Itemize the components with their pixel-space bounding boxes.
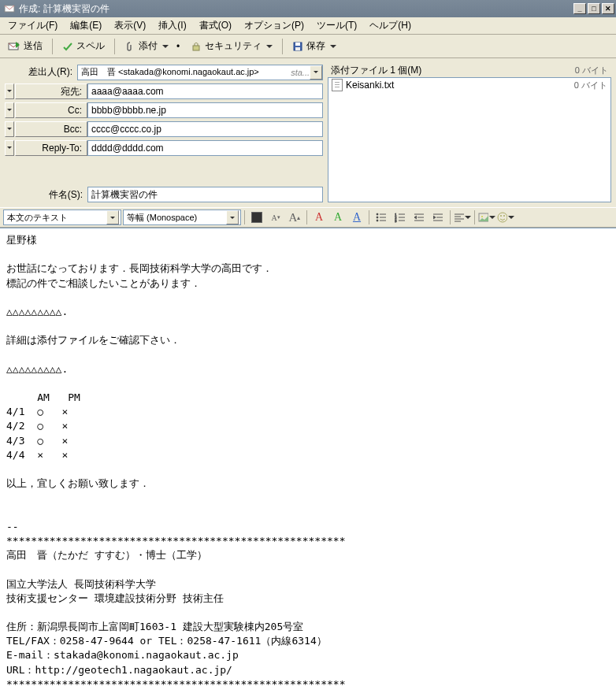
attachments-list[interactable]: Keisanki.txt 0 バイト bbox=[328, 77, 611, 202]
attachments-title: 添付ファイル 1 個(M) bbox=[331, 64, 575, 77]
to-row: 宛先: aaaa@aaaa.com bbox=[5, 82, 323, 100]
font-select[interactable]: 等幅 (Monospace) bbox=[123, 210, 241, 225]
menu-help[interactable]: ヘルプ(H) bbox=[363, 17, 417, 34]
from-dropdown-button[interactable] bbox=[310, 65, 322, 80]
format-separator bbox=[244, 210, 245, 224]
to-label[interactable]: 宛先: bbox=[15, 83, 87, 99]
dropdown-arrow-icon bbox=[266, 45, 273, 48]
paragraph-style-value: 本文のテキスト bbox=[7, 212, 106, 224]
left-headers: 差出人(R): 高田 晋 <stakada@konomi.nagaokaut.a… bbox=[5, 63, 323, 202]
align-left-icon bbox=[454, 212, 464, 223]
indent-button[interactable] bbox=[429, 209, 447, 226]
attachment-size: 0 バイト bbox=[574, 80, 607, 91]
svg-point-32 bbox=[503, 215, 505, 217]
menu-options[interactable]: オプション(P) bbox=[238, 17, 310, 34]
menu-file[interactable]: ファイル(F) bbox=[2, 17, 64, 34]
bullet-list-button[interactable] bbox=[373, 209, 390, 226]
insert-image-button[interactable] bbox=[478, 209, 495, 226]
smiley-icon bbox=[497, 212, 507, 223]
font-larger-button[interactable]: A▴ bbox=[286, 209, 303, 226]
outdent-icon bbox=[414, 212, 425, 223]
subject-row: 件名(S): 計算機実習の件 bbox=[5, 187, 323, 202]
from-select[interactable]: 高田 晋 <stakada@konomi.nagaokaut.ac.jp> st… bbox=[77, 65, 323, 80]
font-smaller-button[interactable]: A▾ bbox=[267, 209, 284, 226]
svg-point-31 bbox=[500, 215, 502, 217]
number-list-button[interactable]: 123 bbox=[391, 209, 409, 226]
security-label: セキュリティ bbox=[205, 39, 262, 53]
image-icon bbox=[478, 212, 488, 223]
attachment-item[interactable]: Keisanki.txt 0 バイト bbox=[328, 78, 610, 92]
from-label: 差出人(R): bbox=[5, 65, 77, 79]
menu-view[interactable]: 表示(V) bbox=[108, 17, 152, 34]
spell-button[interactable]: スペル bbox=[58, 37, 109, 56]
svg-point-30 bbox=[498, 213, 507, 222]
align-button[interactable] bbox=[454, 209, 471, 226]
attach-button[interactable]: 添付 bbox=[120, 37, 173, 56]
chevron-down-icon bbox=[7, 128, 12, 130]
bcc-input[interactable]: cccc@cccc.co.jp bbox=[87, 121, 323, 137]
menu-format[interactable]: 書式(O) bbox=[193, 17, 238, 34]
format-separator bbox=[450, 210, 451, 224]
format-separator bbox=[474, 210, 475, 224]
row-type-button[interactable] bbox=[5, 140, 14, 156]
chevron-down-icon bbox=[465, 216, 471, 219]
font-color-green-button[interactable]: A bbox=[329, 209, 347, 226]
dropdown-arrow-icon bbox=[330, 45, 336, 48]
svg-rect-2 bbox=[193, 46, 199, 50]
cc-input[interactable]: bbbb@bbbb.ne.jp bbox=[87, 102, 323, 118]
file-icon bbox=[332, 79, 343, 91]
replyto-label[interactable]: Reply-To: bbox=[15, 140, 87, 156]
paragraph-style-select[interactable]: 本文のテキスト bbox=[3, 210, 121, 225]
svg-point-6 bbox=[377, 213, 378, 215]
chevron-down-icon bbox=[489, 216, 495, 219]
row-type-button[interactable] bbox=[5, 83, 14, 99]
send-label: 送信 bbox=[24, 39, 43, 53]
chevron-down-icon bbox=[7, 90, 12, 92]
format-toolbar: 本文のテキスト 等幅 (Monospace) A▾ A▴ A A A 123 bbox=[0, 207, 616, 228]
send-button[interactable]: 送信 bbox=[3, 37, 47, 56]
minimize-button[interactable]: _ bbox=[573, 3, 586, 14]
maximize-button[interactable]: □ bbox=[588, 3, 600, 14]
lock-icon bbox=[191, 41, 202, 52]
attachment-name: Keisanki.txt bbox=[343, 80, 574, 91]
window-controls: _ □ ✕ bbox=[572, 3, 614, 14]
menu-edit[interactable]: 編集(E) bbox=[64, 17, 108, 34]
toolbar-separator bbox=[52, 39, 53, 54]
row-type-button[interactable] bbox=[5, 121, 14, 137]
menu-tools[interactable]: ツール(T) bbox=[310, 17, 363, 34]
font-color-red-button[interactable]: A bbox=[310, 209, 328, 226]
attachments-total-size: 0 バイト bbox=[575, 65, 608, 76]
outdent-button[interactable] bbox=[410, 209, 428, 226]
window-title: 作成: 計算機実習の件 bbox=[19, 2, 572, 16]
titlebar: 作成: 計算機実習の件 _ □ ✕ bbox=[0, 0, 616, 17]
font-color-blue-button[interactable]: A bbox=[348, 209, 366, 226]
replyto-input[interactable]: dddd@dddd.com bbox=[87, 140, 323, 156]
chevron-down-icon bbox=[7, 109, 12, 111]
menu-insert[interactable]: 挿入(I) bbox=[152, 17, 192, 34]
cc-row: Cc: bbbb@bbbb.ne.jp bbox=[5, 101, 323, 119]
menubar: ファイル(F) 編集(E) 表示(V) 挿入(I) 書式(O) オプション(P)… bbox=[0, 17, 616, 35]
subject-input[interactable]: 計算機実習の件 bbox=[87, 187, 323, 202]
to-input[interactable]: aaaa@aaaa.com bbox=[87, 83, 323, 99]
spell-icon bbox=[62, 41, 73, 52]
row-type-button[interactable] bbox=[5, 102, 14, 118]
subject-label: 件名(S): bbox=[5, 188, 87, 202]
security-button[interactable]: セキュリティ bbox=[186, 37, 277, 56]
smiley-button[interactable] bbox=[497, 209, 514, 226]
message-body[interactable]: 星野様 お世話になっております．長岡技術科学大学の高田です． 標記の件でご相談し… bbox=[0, 228, 616, 686]
font-value: 等幅 (Monospace) bbox=[127, 212, 226, 224]
bcc-label[interactable]: Bcc: bbox=[15, 121, 87, 137]
save-button[interactable]: 保存 bbox=[288, 37, 341, 56]
from-extra: sta... bbox=[291, 68, 310, 77]
close-button[interactable]: ✕ bbox=[602, 3, 614, 14]
svg-point-29 bbox=[481, 216, 483, 217]
chevron-down-icon bbox=[314, 71, 318, 73]
chevron-down-icon bbox=[230, 217, 235, 219]
text-color-button[interactable] bbox=[248, 209, 265, 226]
format-separator bbox=[369, 210, 369, 224]
style-dropdown-button[interactable] bbox=[106, 210, 119, 224]
font-dropdown-button[interactable] bbox=[226, 210, 239, 224]
svg-point-8 bbox=[377, 217, 378, 218]
svg-text:3: 3 bbox=[395, 219, 397, 223]
cc-label[interactable]: Cc: bbox=[15, 102, 87, 118]
